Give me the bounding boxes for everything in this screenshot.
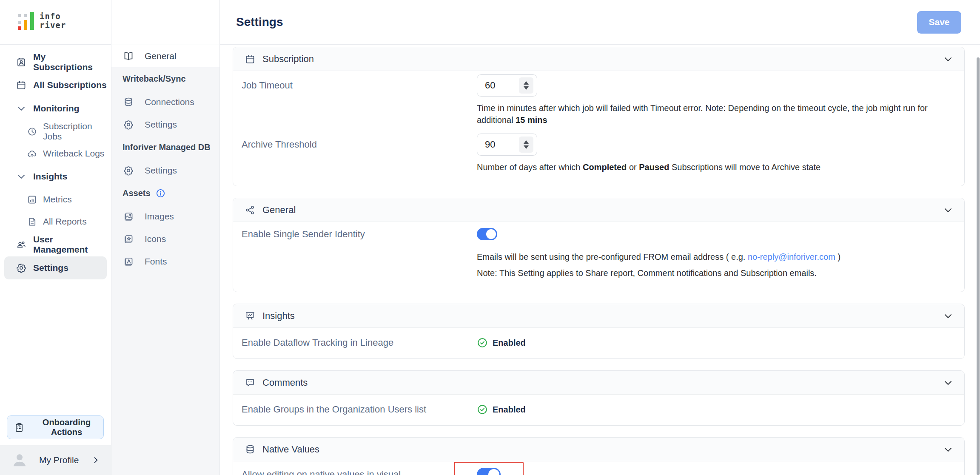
highlight-box (454, 462, 524, 475)
card-general-header[interactable]: General (233, 198, 964, 222)
sidebar-item-my-subscriptions[interactable]: My Subscriptions (4, 51, 107, 74)
bar-chart-icon (27, 195, 37, 205)
subnav-item-writeback-settings[interactable]: Settings (111, 113, 219, 136)
card-subscription: Subscription Job Timeout Time in minutes… (233, 47, 965, 186)
subnav-item-general[interactable]: General (111, 45, 219, 67)
app-root: info river My Subscriptions All Subscrip… (0, 0, 980, 475)
subnav-item-connections[interactable]: Connections (111, 91, 219, 113)
clock-icon (27, 127, 37, 137)
step-up-icon[interactable] (524, 140, 529, 144)
job-timeout-help: Time in minutes after which job will fai… (477, 102, 954, 126)
card-native-values-header[interactable]: Native Values (233, 438, 964, 461)
users-icon (16, 239, 26, 250)
document-icon (27, 217, 37, 227)
step-down-icon[interactable] (524, 86, 529, 90)
job-timeout-stepper[interactable] (519, 77, 533, 94)
card-insights-header[interactable]: Insights (233, 304, 964, 328)
subnav-section-label: Assets (122, 188, 151, 198)
toggle-knob (488, 469, 499, 475)
status-badge: Enabled (493, 338, 526, 348)
card-subscription-header[interactable]: Subscription (233, 47, 964, 71)
chevron-down-icon[interactable] (943, 444, 953, 455)
chevron-down-icon[interactable] (943, 311, 953, 321)
my-profile-item[interactable]: My Profile (0, 445, 111, 475)
archive-threshold-field (477, 134, 537, 156)
logo-bars-icon (18, 12, 36, 30)
chevron-down-icon[interactable] (943, 54, 953, 64)
database-icon (245, 444, 255, 455)
sidebar-item-insights[interactable]: Insights (4, 165, 107, 188)
onboarding-actions-button[interactable]: Onboarding Actions (7, 415, 104, 439)
single-sender-label: Enable Single Sender Identity (242, 228, 477, 240)
sidebar-item-label: User Management (33, 234, 107, 255)
scrollbar-thumb[interactable] (977, 57, 980, 475)
cloud-upload-icon (27, 149, 37, 159)
subnav-item-icons[interactable]: Icons (111, 228, 219, 250)
step-up-icon[interactable] (524, 81, 529, 85)
logo-area: info river (0, 0, 111, 45)
chevron-down-icon (16, 103, 26, 114)
sidebar-item-writeback-logs[interactable]: Writeback Logs (0, 142, 107, 165)
card-title: General (262, 205, 943, 216)
native-editing-toggle[interactable] (477, 468, 501, 475)
step-down-icon[interactable] (524, 145, 529, 149)
sidebar-item-all-reports[interactable]: All Reports (0, 210, 107, 233)
logo-text: info river (40, 12, 66, 30)
chevron-right-icon (91, 456, 100, 464)
sidebar-item-settings[interactable]: Settings (4, 256, 107, 279)
id-badge-icon (16, 57, 26, 67)
dataflow-tracking-label: Enable Dataflow Tracking in Lineage (242, 337, 477, 348)
email-link[interactable]: no-reply@inforiver.com (748, 252, 835, 262)
subnav-item-label: General (145, 51, 177, 61)
subnav-item-fonts[interactable]: Fonts (111, 250, 219, 273)
gear-icon (16, 263, 26, 273)
archive-threshold-input[interactable] (485, 139, 515, 150)
sidebar-item-all-subscriptions[interactable]: All Subscriptions (4, 74, 107, 97)
clipboard-icon (14, 422, 24, 432)
subnav-section-writeback-sync: Writeback/Sync (111, 67, 219, 91)
inforiver-logo[interactable]: info river (18, 12, 66, 30)
sidebar-item-label: Subscription Jobs (43, 121, 107, 142)
chevron-down-icon[interactable] (943, 378, 953, 388)
subnav-item-images[interactable]: Images (111, 205, 219, 228)
job-timeout-input[interactable] (485, 80, 515, 91)
subnav-section-label: Inforiver Managed DB (122, 142, 211, 152)
share-nodes-icon (245, 205, 255, 215)
card-title: Comments (262, 377, 943, 388)
save-button[interactable]: Save (917, 11, 961, 34)
groups-org-users-row: Enable Groups in the Organization Users … (233, 395, 964, 425)
subnav-item-label: Images (145, 211, 174, 222)
subnav-item-label: Connections (145, 97, 194, 107)
check-circle-icon (477, 337, 488, 348)
sidebar-item-label: All Reports (43, 216, 87, 227)
toggle-knob (486, 229, 496, 239)
main-area: Settings Save Subscription Job Timeout (220, 0, 980, 475)
sidebar-bottom: Onboarding Actions My Profile (0, 415, 111, 475)
card-insights: Insights Enable Dataflow Tracking in Lin… (233, 304, 965, 359)
sidebar-item-monitoring[interactable]: Monitoring (4, 97, 107, 120)
subnav-section-label: Writeback/Sync (122, 74, 186, 84)
sidebar-item-user-management[interactable]: User Management (4, 233, 107, 256)
primary-nav: My Subscriptions All Subscriptions Monit… (0, 45, 111, 415)
image-icon (123, 211, 134, 222)
card-comments: Comments Enable Groups in the Organizati… (233, 370, 965, 426)
chevron-down-icon[interactable] (943, 205, 953, 215)
profile-label: My Profile (39, 455, 91, 465)
page-title: Settings (236, 15, 917, 29)
sidebar-item-label: My Subscriptions (33, 52, 107, 72)
settings-content: Subscription Job Timeout Time in minutes… (220, 45, 980, 475)
star-square-icon (123, 234, 134, 244)
dataflow-tracking-status: Enabled (477, 337, 954, 348)
subnav-item-managed-db-settings[interactable]: Settings (111, 159, 219, 182)
archive-threshold-stepper[interactable] (519, 137, 533, 153)
sidebar-item-subscription-jobs[interactable]: Subscription Jobs (0, 120, 107, 142)
info-icon[interactable] (156, 188, 165, 198)
archive-threshold-label: Archive Threshold (242, 134, 477, 156)
sidebar-item-metrics[interactable]: Metrics (0, 188, 107, 210)
archive-threshold-row: Archive Threshold Number of days after w… (233, 134, 964, 186)
job-timeout-label: Job Timeout (242, 74, 477, 97)
card-native-values: Native Values Allow editing on native va… (233, 437, 965, 475)
single-sender-toggle[interactable] (477, 228, 497, 240)
card-comments-header[interactable]: Comments (233, 371, 964, 395)
groups-org-users-label: Enable Groups in the Organization Users … (242, 404, 477, 415)
